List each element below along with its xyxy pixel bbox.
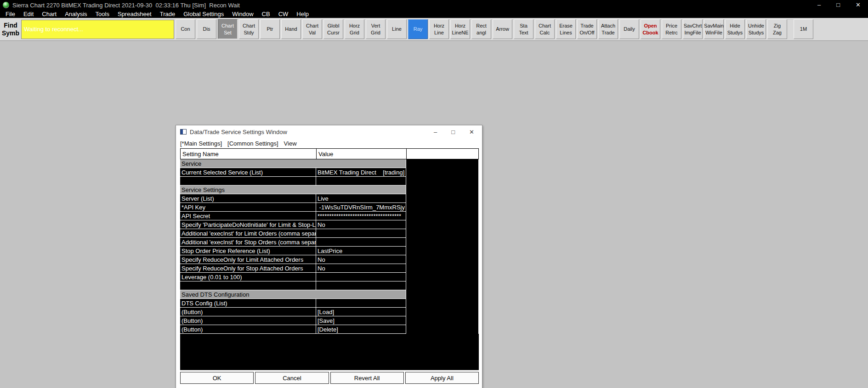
setting-value[interactable]: No (316, 264, 406, 273)
setting-value[interactable]: No (316, 255, 406, 264)
setting-value[interactable]: -1WsSuTDVRnSIrm_7MmxRSjy (316, 203, 406, 212)
dialog-maximize-icon[interactable]: □ (451, 129, 455, 135)
menu-chart[interactable]: Chart (38, 10, 61, 18)
menu-edit[interactable]: Edit (19, 10, 38, 18)
toolbar-button-label: Lines (560, 29, 572, 36)
toolbar-button-label: ImgFile (684, 29, 701, 36)
setting-value[interactable]: LastPrice (316, 247, 406, 255)
toolbar-button-open-chartbook[interactable]: OpenCbook (641, 19, 660, 39)
menu-spreadsheet[interactable]: Spreadsheet (113, 10, 156, 18)
setting-name: Specify ReduceOnly for Limit Attached Or… (180, 255, 316, 264)
menu-cw[interactable]: CW (274, 10, 293, 18)
toolbar-button-horizontal-line-ne[interactable]: HorzLineNE (450, 19, 470, 39)
menu-analysis[interactable]: Analysis (61, 10, 91, 18)
setting-value[interactable]: [Save] (316, 316, 406, 325)
symbol-search-field[interactable]: Waiting to reconnect... (21, 20, 174, 39)
toolbar-button-horizontal-line[interactable]: HorzLine (429, 19, 449, 39)
toolbar-button-line[interactable]: Line (387, 19, 407, 39)
toolbar-button-save-main-window-file[interactable]: SavMainWinFile (704, 19, 724, 39)
toolbar-button-stationary-text[interactable]: StaText (514, 19, 533, 39)
toolbar-button-chart-study[interactable]: ChartStdy (239, 19, 259, 39)
setting-row-server-list[interactable]: Server (List)Live (180, 194, 479, 203)
setting-value[interactable]: No (316, 220, 406, 229)
toolbar-button-rectangle[interactable]: Rectangl (471, 19, 491, 39)
menu-global-settings[interactable]: Global Settings (179, 10, 228, 18)
setting-value[interactable] (316, 273, 406, 281)
toolbar-button-con[interactable]: Con (176, 19, 195, 39)
find-symbol-button[interactable]: Find Symb (0, 22, 21, 36)
close-icon[interactable]: ✕ (856, 0, 861, 10)
setting-value[interactable]: ************************************ (316, 212, 406, 220)
toolbar-button-label: Arrow (496, 26, 509, 32)
row-filler (406, 220, 479, 229)
toolbar-button-label: Chart (539, 22, 551, 29)
toolbar-button-chart-calculator[interactable]: ChartCalc (535, 19, 555, 39)
toolbar-button-daily[interactable]: Daily (619, 19, 639, 39)
setting-value[interactable]: BitMEX Trading Direct [trading] (316, 168, 406, 177)
dialog-minimize-icon[interactable]: – (434, 129, 437, 135)
setting-row-button[interactable]: (Button)[Save] (180, 316, 479, 325)
setting-row-specify-reduceonly-for-stop-attached-orders[interactable]: Specify ReduceOnly for Stop Attached Ord… (180, 264, 479, 273)
setting-name: Server (List) (180, 194, 316, 203)
setting-value[interactable]: Live (316, 194, 406, 203)
setting-row-button[interactable]: (Button)[Load] (180, 308, 479, 316)
setting-row-api-secret[interactable]: API Secret******************************… (180, 212, 479, 220)
setting-row-api-key[interactable]: *API Key -1WsSuTDVRnSIrm_7MmxRSjy (180, 203, 479, 212)
setting-value[interactable]: [Delete] (316, 325, 406, 334)
toolbar-button-unhide-studies[interactable]: UnhideStudys (746, 19, 766, 39)
setting-row-leverage-0-01-to-100[interactable]: Leverage (0.01 to 100) (180, 273, 479, 281)
toolbar-button-timeframe-1m[interactable]: 1M (794, 19, 813, 39)
cancel-button[interactable]: Cancel (255, 372, 329, 384)
revert-all-button[interactable]: Revert All (330, 372, 404, 384)
menu-tools[interactable]: Tools (91, 10, 113, 18)
menu-file[interactable]: File (1, 10, 19, 18)
toolbar-button-label: Studys (727, 29, 743, 36)
toolbar-button-attach-trade[interactable]: AttachTrade (598, 19, 618, 39)
maximize-icon[interactable]: □ (836, 0, 840, 10)
toolbar-button-label: Line (392, 26, 402, 32)
toolbar-button-trade-on-off[interactable]: TradeOn/Off (577, 19, 597, 39)
dialog-close-icon[interactable]: ✕ (469, 129, 474, 135)
apply-all-button[interactable]: Apply All (405, 372, 479, 384)
menu-trade[interactable]: Trade (156, 10, 179, 18)
toolbar-button-zig-zag[interactable]: ZigZag (767, 19, 787, 39)
setting-value[interactable]: [Load] (316, 308, 406, 316)
dialog-menu-main-settings[interactable]: [*Main Settings] (180, 140, 222, 147)
dialog-window-icon (180, 129, 187, 135)
dialog-title-bar[interactable]: Data/Trade Service Settings Window – □ ✕ (176, 125, 482, 138)
toolbar-button-arrow[interactable]: Arrow (493, 19, 512, 39)
setting-row-additional-execinst-for-stop-orders-comma-separated[interactable]: Additional 'execInst' for Stop Orders (c… (180, 238, 479, 247)
toolbar-button-vertical-grid[interactable]: VertGrid (366, 19, 386, 39)
toolbar-button-chart-values[interactable]: ChartVal (302, 19, 322, 39)
ok-button[interactable]: OK (180, 372, 254, 384)
toolbar-button-ray[interactable]: Ray (408, 19, 428, 39)
toolbar-button-price-retracement[interactable]: PriceRetrc (662, 19, 681, 39)
setting-row-specify-participatedonotinitiate-for-limit-stop-limit[interactable]: Specify 'ParticipateDoNotInitiate' for L… (180, 220, 479, 229)
setting-row-stop-order-price-reference-list[interactable]: Stop Order Price Reference (List)LastPri… (180, 247, 479, 255)
toolbar-button-dis[interactable]: Dis (197, 19, 216, 39)
menu-window[interactable]: Window (228, 10, 257, 18)
toolbar-button-save-chart-image-file[interactable]: SavChrtImgFile (683, 19, 703, 39)
toolbar-button-hide-studies[interactable]: HideStudys (725, 19, 745, 39)
toolbar-button-global-cursor[interactable]: GloblCursr (323, 19, 343, 39)
toolbar-button-erase-lines[interactable]: EraseLines (556, 19, 576, 39)
setting-value[interactable] (316, 299, 406, 308)
setting-row-current-selected-service-list[interactable]: Current Selected Service (List)BitMEX Tr… (180, 168, 479, 177)
dialog-menu-common-settings[interactable]: [Common Settings] (227, 140, 278, 147)
toolbar-button-horizontal-grid[interactable]: HorzGrid (345, 19, 364, 39)
minimize-icon[interactable]: – (817, 0, 821, 10)
setting-value[interactable] (316, 238, 406, 247)
menu-help[interactable]: Help (292, 10, 313, 18)
toolbar-button-label: Hand (285, 26, 297, 32)
settings-table-filler (180, 334, 479, 370)
setting-row-specify-reduceonly-for-limit-attached-orders[interactable]: Specify ReduceOnly for Limit Attached Or… (180, 255, 479, 264)
toolbar-button-chart-settings[interactable]: ChartSet (218, 19, 238, 39)
setting-row-button[interactable]: (Button)[Delete] (180, 325, 479, 334)
toolbar-button-hand[interactable]: Hand (281, 19, 301, 39)
menu-cb[interactable]: CB (258, 10, 274, 18)
setting-row-additional-execinst-for-limit-orders-comma-separated[interactable]: Additional 'execInst' for Limit Orders (… (180, 229, 479, 238)
setting-row-dts-config-list[interactable]: DTS Config (List) (180, 299, 479, 308)
toolbar-button-pointer[interactable]: Ptr (260, 19, 280, 39)
dialog-menu-view[interactable]: View (284, 140, 297, 147)
setting-value[interactable] (316, 229, 406, 238)
